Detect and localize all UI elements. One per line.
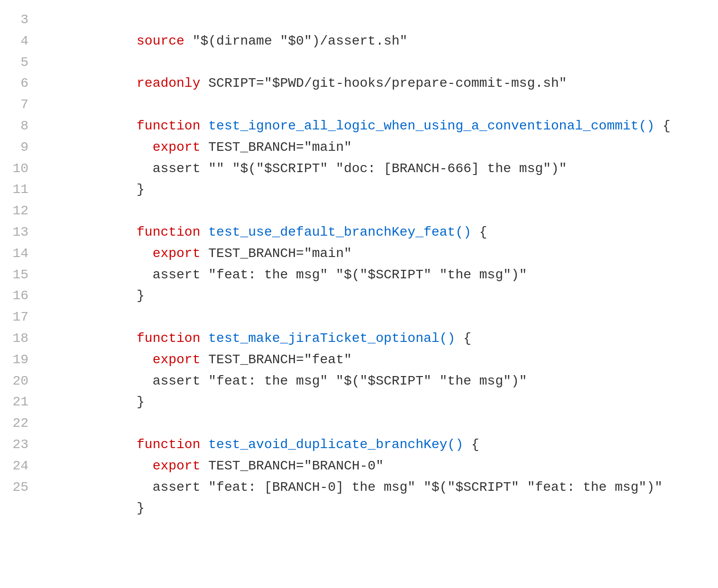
line-num-13: 13 [9,222,28,243]
code-line-24: assert "feat: [BRANCH-0] the msg" "$("$S… [57,456,718,477]
line-num-19: 19 [9,349,28,371]
code-line-10: } [57,158,718,180]
code-line-23: export TEST_BRANCH="BRANCH-0" [57,434,718,456]
line-num-6: 6 [9,73,28,94]
line-num-16: 16 [9,285,28,307]
code-line-17: function test_make_jiraTicket_optional()… [57,307,718,328]
line-num-22: 22 [9,413,28,434]
code-line-8: export TEST_BRANCH="main" [57,116,718,137]
code-line-18: export TEST_BRANCH="feat" [57,328,718,349]
line-num-15: 15 [9,265,28,286]
code-editor: 3 4 5 6 7 8 9 10 11 12 13 14 15 16 17 18… [0,0,718,588]
code-line-7: function test_ignore_all_logic_when_usin… [57,94,718,116]
code-line-14: assert "feat: the msg" "$("$SCRIPT" "the… [57,243,718,265]
code-line-5: readonly SCRIPT="$PWD/git-hooks/prepare-… [57,52,718,74]
line-num-17: 17 [9,307,28,328]
line-num-21: 21 [9,392,28,413]
line-num-7: 7 [9,94,28,116]
line-number-gutter: 3 4 5 6 7 8 9 10 11 12 13 14 15 16 17 18… [0,9,38,579]
line-num-24: 24 [9,456,28,477]
code-line-20: } [57,371,718,392]
line-num-14: 14 [9,243,28,265]
code-line-25: } [57,477,718,498]
line-num-5: 5 [9,52,28,74]
line-num-3: 3 [9,9,28,31]
code-line-16 [57,285,718,307]
code-line-15: } [57,265,718,286]
line-num-12: 12 [9,201,28,222]
code-line-22: function test_avoid_duplicate_branchKey(… [57,413,718,434]
line-num-4: 4 [9,31,28,52]
line-num-10: 10 [9,158,28,180]
code-line-9: assert "" "$("$SCRIPT" "doc: [BRANCH-666… [57,137,718,158]
line-num-8: 8 [9,116,28,137]
line-num-23: 23 [9,434,28,456]
code-body: source "$(dirname "$0")/assert.sh" reado… [38,9,718,579]
code-line-3: source "$(dirname "$0")/assert.sh" [57,9,718,31]
code-line-21 [57,392,718,413]
code-line-19: assert "feat: the msg" "$("$SCRIPT" "the… [57,349,718,371]
code-line-4 [57,31,718,52]
line-num-18: 18 [9,328,28,349]
indent [105,501,137,515]
line-num-9: 9 [9,137,28,158]
close-brace-25: } [137,501,145,515]
code-line-6 [57,73,718,94]
line-num-25: 25 [9,477,28,498]
code-line-12: function test_use_default_branchKey_feat… [57,201,718,222]
code-line-13: export TEST_BRANCH="main" [57,222,718,243]
line-num-11: 11 [9,179,28,201]
line-num-20: 20 [9,371,28,392]
code-line-11 [57,179,718,201]
